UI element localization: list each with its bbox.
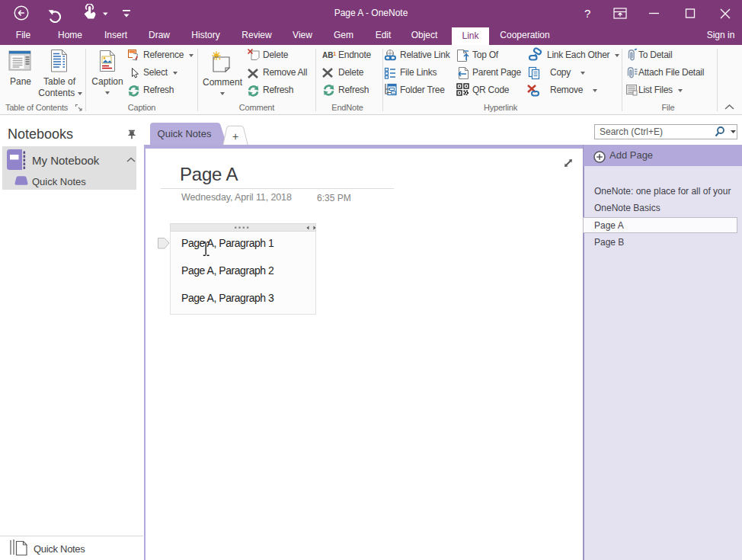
svg-text:AB: AB [322, 51, 333, 59]
svg-text:1: 1 [333, 51, 336, 56]
svg-text:?: ? [584, 7, 590, 20]
